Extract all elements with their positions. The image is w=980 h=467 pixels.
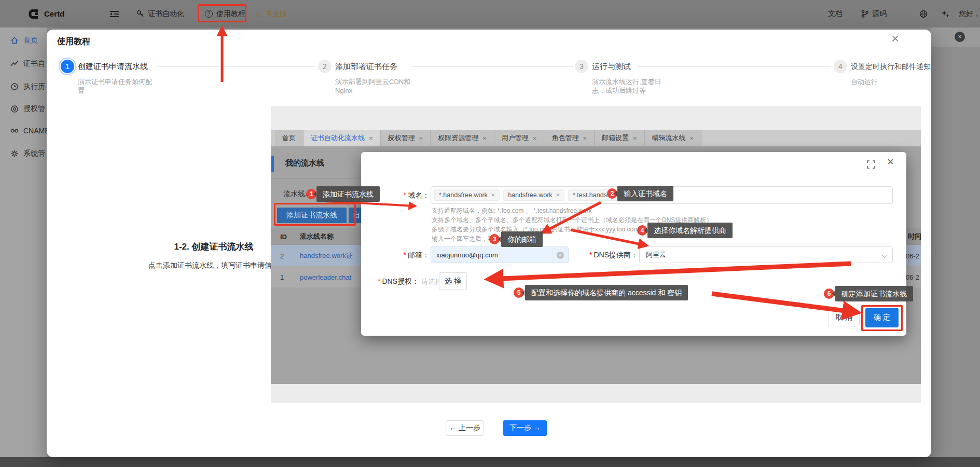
tab-close-icon[interactable]: × (533, 134, 537, 142)
dns-provider-select[interactable]: 阿里云 (639, 246, 893, 263)
tab-close-icon[interactable]: × (482, 134, 487, 142)
sidebar-item-auth[interactable]: 授权管 (10, 104, 45, 114)
nav-label: 证书自动化 (148, 9, 184, 19)
cell-id: 2 (280, 252, 284, 259)
cell-time: 06-2 (906, 273, 919, 281)
pipeline-link[interactable]: handsfree.work证 (300, 251, 353, 260)
panel-accent-bar (271, 156, 274, 172)
background-page-tabs: × (931, 28, 980, 47)
tab-home[interactable]: 首页 (275, 130, 303, 146)
dialog-close-icon[interactable]: × (887, 155, 894, 169)
nav-item-cert-automation[interactable]: 证书自动化 (136, 0, 184, 28)
step-2-circle: 2 (318, 60, 332, 73)
tab-mail[interactable]: 邮箱设置× (595, 130, 645, 146)
tab-close-icon[interactable]: × (690, 134, 694, 142)
sidebar-item-home[interactable]: 首页 (10, 36, 38, 45)
sidebar-label: 证书自 (23, 59, 45, 68)
sidebar-collapse-button[interactable] (110, 0, 119, 28)
language-button[interactable] (919, 0, 928, 28)
tag-close-icon[interactable]: × (556, 191, 560, 199)
sidebar-label: CNAME (23, 127, 47, 135)
tag-text: *.handsfree.work (439, 191, 488, 199)
annotation-callout-1: 添加证书流水线 (316, 186, 380, 202)
prev-step-button[interactable]: ← 上一步 (446, 420, 484, 436)
sparkles-icon (941, 9, 950, 18)
tag-text: handsfree.work (508, 191, 552, 199)
step-connector (638, 66, 831, 67)
sidebar-item-cname[interactable]: CNAME (10, 127, 47, 135)
shot-header-strip (271, 106, 921, 130)
certd-logo-icon (27, 7, 40, 21)
next-step-button[interactable]: 下一步 → (503, 420, 547, 436)
tab-auth-manage[interactable]: 授权管理× (381, 130, 431, 146)
modal-title: 使用教程 (57, 36, 90, 47)
user-menu[interactable]: 您好，admin (959, 0, 980, 28)
tab-edit-pipeline[interactable]: 编辑流水线× (645, 130, 702, 146)
nav-item-pro[interactable]: ◇ 专业版 (256, 0, 287, 28)
nav-item-docs[interactable]: 文档 (828, 0, 843, 28)
tab-users[interactable]: 用户管理× (494, 130, 545, 146)
cell-time: 06-2 (906, 252, 919, 259)
step-1-desc: 演示证书申请任务如何配置 (78, 77, 157, 95)
shot-footer-strip (271, 384, 921, 403)
pipeline-link[interactable]: powerleader.chat (300, 273, 351, 281)
chevron-down-icon (882, 252, 888, 258)
sidebar-label: 系统管 (23, 149, 45, 158)
label-text: DNS提供商： (593, 251, 638, 259)
tab-permission[interactable]: 权限资源管理× (431, 130, 494, 146)
required-mark: * (378, 277, 380, 285)
annotation-callout-4: 选择你域名解析提供商 (647, 223, 733, 238)
app-logo[interactable]: Certd (27, 0, 64, 28)
tag-close-icon[interactable]: × (491, 191, 495, 199)
tab-close-icon[interactable]: × (369, 134, 373, 142)
sidebar-label: 执行历 (23, 82, 45, 91)
col-id: ID (280, 233, 287, 241)
tab-label: 证书自动化流水线 (311, 133, 365, 143)
menu-fold-icon (110, 10, 119, 18)
tab-close-icon[interactable]: × (419, 134, 423, 142)
fullscreen-icon[interactable] (867, 160, 875, 169)
domain-tag[interactable]: *.handsfree.work× (434, 189, 500, 201)
tab-label: 用户管理 (502, 133, 529, 143)
home-icon (10, 36, 19, 45)
brand-name: Certd (44, 9, 64, 18)
tab-close-icon[interactable]: × (633, 134, 637, 142)
tutorial-screenshot: 首页 证书自动化流水线× 授权管理× 权限资源管理× 用户管理× 角色管理× 邮… (271, 106, 921, 403)
close-all-tabs-icon[interactable]: × (955, 32, 965, 42)
step-4-circle: 4 (834, 60, 847, 73)
col-time: 时间 (908, 232, 921, 241)
email-input[interactable]: xiaojunnuo@qq.com × (431, 246, 569, 263)
modal-close-icon[interactable]: × (891, 32, 899, 45)
nav-item-source[interactable]: 源码 (861, 0, 887, 28)
cell-id: 1 (280, 273, 284, 281)
step-connector (411, 66, 574, 67)
tab-close-icon[interactable]: × (583, 134, 587, 142)
theme-button[interactable] (941, 0, 950, 28)
line-chart-icon (10, 60, 19, 68)
tab-cert-pipeline[interactable]: 证书自动化流水线× (303, 130, 381, 146)
dns-auth-select-button[interactable]: 选 择 (439, 272, 467, 290)
tab-label: 权限资源管理 (438, 133, 478, 143)
sidebar-label: 首页 (23, 36, 38, 45)
nav-label: 专业版 (266, 9, 287, 19)
highlight-box-add-button (274, 203, 356, 226)
email-value: xiaojunnuo@qq.com (436, 251, 498, 259)
cancel-button[interactable]: 取 消 (829, 309, 860, 326)
screen: Certd 证书自动化 ? 使用教程 ◇ 专业版 文档 源 (0, 0, 980, 467)
step-4-desc: 自动运行 (851, 77, 929, 86)
highlight-box-tutorial-nav (198, 4, 246, 22)
tab-label: 授权管理 (388, 133, 415, 143)
annotation-callout-3: 你的邮箱 (501, 231, 543, 247)
clear-icon[interactable]: × (557, 252, 564, 259)
step-3-desc: 演示流水线运行,查看日志，成功后跳过等 (592, 77, 666, 95)
label-text: 域名： (408, 191, 430, 199)
tip-line: 支持通配符域名，例如: *.foo.com 、 *.test.handsfree… (432, 206, 712, 215)
tab-roles[interactable]: 角色管理× (544, 130, 595, 146)
git-branch-icon (861, 10, 868, 18)
domain-tag[interactable]: handsfree.work× (503, 189, 564, 201)
sidebar-item-cert[interactable]: 证书自 (10, 59, 45, 68)
link-icon (10, 127, 19, 135)
dns-provider-label: *DNS提供商： (565, 251, 638, 260)
sidebar-item-history[interactable]: 执行历 (10, 82, 45, 91)
sidebar-item-system[interactable]: 系统管 (10, 149, 45, 158)
